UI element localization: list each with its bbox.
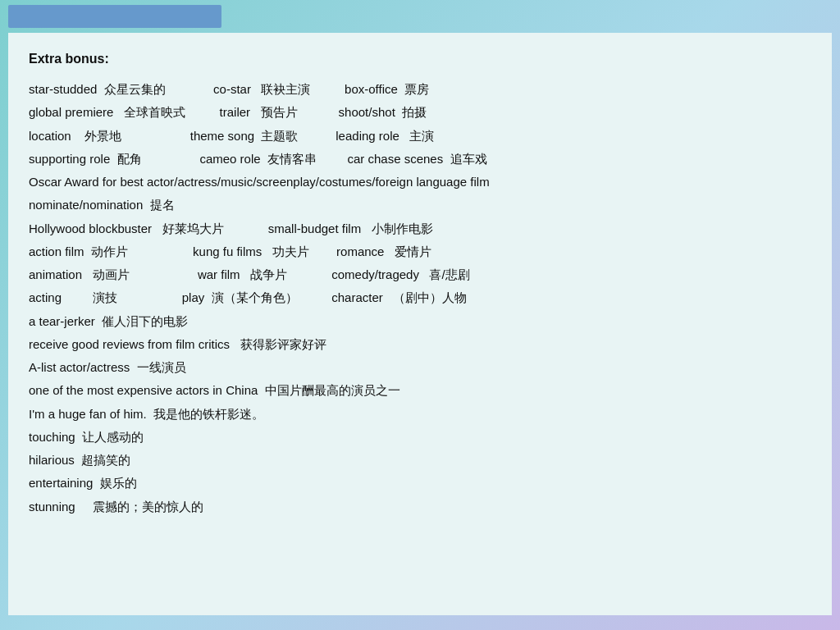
vocab-line: one of the most expensive actors in Chin… (29, 380, 811, 401)
vocab-line: receive good reviews from film critics 获… (29, 334, 811, 355)
vocab-line: touching 让人感动的 (29, 427, 811, 448)
vocab-line: animation 动画片 war film 战争片 comedy/traged… (29, 264, 811, 285)
vocab-line: Hollywood blockbuster 好莱坞大片 small-budget… (29, 218, 811, 240)
vocab-lines-container: star-studded 众星云集的 co-star 联袂主演 box-offi… (29, 79, 811, 518)
vocab-line: supporting role 配角 cameo role 友情客串 car c… (29, 148, 811, 170)
vocab-line: nominate/nomination 提名 (29, 194, 811, 216)
section-title: Extra bonus: (29, 48, 811, 71)
vocab-line: hilarious 超搞笑的 (29, 450, 811, 471)
vocab-line: entertaining 娱乐的 (29, 472, 811, 494)
vocab-line: Oscar Award for best actor/actress/music… (29, 171, 811, 193)
vocab-line: stunning 震撼的；美的惊人的 (29, 496, 811, 518)
top-bar (0, 0, 840, 33)
vocab-line: global premiere 全球首映式 trailer 预告片 shoot/… (29, 102, 811, 123)
vocab-line: I'm a huge fan of him. 我是他的铁杆影迷。 (29, 404, 811, 425)
vocab-line: location 外景地 theme song 主题歌 leading role… (29, 126, 811, 147)
vocab-line: star-studded 众星云集的 co-star 联袂主演 box-offi… (29, 79, 811, 100)
content-area: Extra bonus: star-studded 众星云集的 co-star … (8, 33, 832, 615)
vocab-line: a tear-jerker 催人泪下的电影 (29, 311, 811, 332)
vocab-line: A-list actor/actress 一线演员 (29, 357, 811, 378)
vocab-line: acting 演技 play 演（某个角色） character （剧中）人物 (29, 287, 811, 308)
top-bar-highlight (8, 5, 221, 28)
vocab-line: action film 动作片 kung fu films 功夫片 romanc… (29, 241, 811, 262)
